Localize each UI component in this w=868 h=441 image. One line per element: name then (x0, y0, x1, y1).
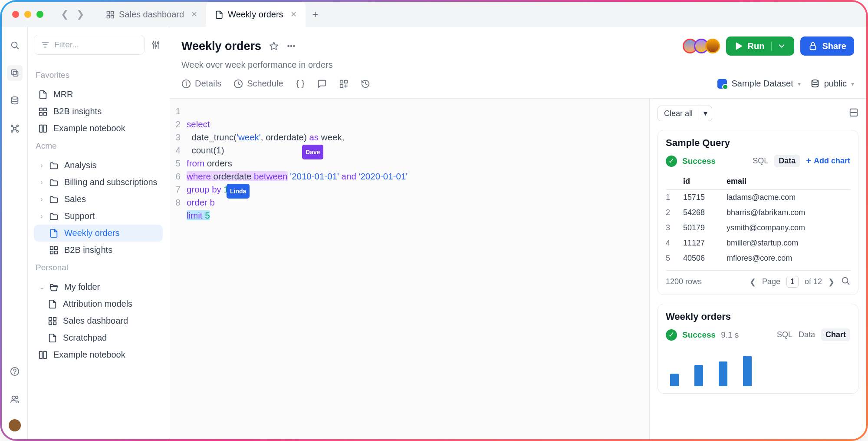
more-icon[interactable] (286, 41, 296, 51)
clear-all-button[interactable]: Clear all▾ (658, 106, 712, 121)
close-window[interactable] (12, 11, 19, 18)
chart-bar (670, 374, 679, 386)
sidebar-item-mrr[interactable]: MRR (34, 86, 163, 103)
check-icon: ✓ (666, 329, 677, 341)
schedule-button[interactable]: Schedule (233, 79, 283, 89)
code-area[interactable]: select date_trunc('week', orderdate) as … (187, 105, 649, 433)
chevron-down-icon[interactable]: ▾ (699, 106, 712, 121)
col-id: id (683, 177, 727, 186)
sidebar-item-label: My folder (64, 282, 100, 292)
sidebar-item-analysis[interactable]: ›Analysis (34, 157, 163, 174)
maximize-window[interactable] (36, 11, 43, 18)
sidebar-item-example-notebook-2[interactable]: Example notebook (34, 346, 163, 363)
people-icon[interactable] (7, 391, 23, 407)
next-page[interactable]: ❯ (828, 277, 835, 287)
share-button[interactable]: Share (800, 36, 854, 56)
sliders-icon[interactable] (149, 35, 163, 55)
page-label: Page (762, 277, 780, 286)
sidebar-item-example-notebook[interactable]: Example notebook (34, 120, 163, 137)
prev-page[interactable]: ❮ (750, 277, 756, 287)
table-row[interactable]: 254268bharris@fabrikam.com (666, 205, 850, 220)
table-row[interactable]: 350179ysmith@company.com (666, 220, 850, 235)
sidebar-item-sales-dashboard[interactable]: Sales dashboard (34, 312, 163, 329)
sidebar-item-scratchpad[interactable]: Scratchpad (34, 329, 163, 346)
nav-forward[interactable]: ❯ (76, 9, 84, 20)
format-button[interactable] (296, 79, 305, 89)
sidebar-item-label: Example notebook (53, 350, 125, 360)
svg-rect-54 (340, 84, 342, 87)
table-row[interactable]: 115715ladams@acme.com (666, 190, 850, 205)
grid-icon (48, 316, 57, 326)
layout-icon[interactable] (849, 108, 858, 119)
minimize-window[interactable] (24, 11, 31, 18)
chevron-down-icon: ▾ (798, 80, 801, 87)
dataset-picker[interactable]: Sample Dataset▾ (717, 79, 800, 89)
svg-rect-39 (49, 317, 52, 320)
add-chart-button[interactable]: +Add chart (806, 156, 850, 166)
svg-point-26 (153, 43, 155, 44)
sidebar-item-weekly-orders[interactable]: ›Weekly orders (34, 225, 163, 242)
chart-bar (694, 365, 703, 386)
tab-sql[interactable]: SQL (753, 156, 768, 166)
sidebar: Filter... Favorites MRR B2B insights Exa… (28, 27, 169, 439)
schema-picker[interactable]: public▾ (810, 79, 854, 89)
svg-rect-42 (53, 322, 56, 324)
sidebar-item-b2b-insights-2[interactable]: ›B2B insights (34, 242, 163, 259)
sidebar-item-attribution-models[interactable]: Attribution models (34, 295, 163, 312)
nav-back[interactable]: ❮ (61, 9, 69, 20)
sidebar-item-my-folder[interactable]: ⌄My folder (34, 279, 163, 295)
table-row[interactable]: 411127bmiller@startup.com (666, 235, 850, 251)
results-panel: Clear all▾ Sample Query ✓ Success SQL Da… (649, 99, 866, 439)
clock-icon (233, 79, 243, 89)
search-icon[interactable] (7, 37, 23, 53)
dataset-icon (717, 79, 727, 89)
drone-icon[interactable] (7, 121, 23, 136)
add-block-button[interactable] (339, 79, 349, 89)
page-input[interactable]: 1 (786, 276, 799, 288)
page-subtitle: Week over week performance in orders (181, 60, 854, 70)
svg-rect-48 (810, 46, 816, 50)
sidebar-item-label: B2B insights (53, 106, 102, 116)
run-button[interactable]: Run (726, 36, 795, 56)
database-icon[interactable] (7, 93, 23, 109)
tab-chart[interactable]: Chart (821, 328, 850, 341)
svg-rect-53 (340, 80, 342, 83)
user-avatar[interactable] (9, 419, 21, 431)
close-icon[interactable]: ✕ (191, 10, 197, 19)
svg-line-62 (847, 282, 849, 284)
svg-rect-7 (11, 70, 16, 75)
sidebar-item-sales[interactable]: ›Sales (34, 191, 163, 208)
braces-icon (296, 79, 305, 89)
table-row[interactable]: 540506mflores@core.com (666, 251, 850, 266)
svg-point-20 (12, 396, 15, 399)
tab-weekly-orders[interactable]: Weekly orders ✕ (206, 2, 305, 27)
sql-editor[interactable]: 12345678 select date_trunc('week', order… (169, 99, 649, 439)
copy-icon[interactable] (7, 65, 23, 81)
svg-point-19 (14, 374, 15, 374)
tab-sql[interactable]: SQL (777, 330, 792, 339)
tab-label: Sales dashboard (119, 10, 184, 20)
tab-sales-dashboard[interactable]: Sales dashboard ✕ (97, 2, 206, 27)
chart-bar (743, 356, 752, 386)
result-table: idemail 115715ladams@acme.com 254268bhar… (666, 173, 850, 266)
search-icon[interactable] (841, 276, 850, 288)
details-button[interactable]: Details (181, 79, 221, 89)
help-icon[interactable] (7, 364, 23, 379)
grid-icon (38, 107, 48, 116)
comment-button[interactable] (317, 79, 327, 89)
filter-input[interactable]: Filter... (34, 35, 145, 55)
new-tab-button[interactable]: + (306, 8, 326, 20)
star-icon[interactable] (269, 41, 279, 51)
folder-icon (49, 195, 59, 204)
collaborator-avatars[interactable] (686, 39, 720, 53)
tab-data[interactable]: Data (799, 330, 815, 339)
chevron-down-icon[interactable] (771, 41, 786, 51)
card-title: Sample Query (666, 137, 850, 149)
sidebar-item-b2b-insights[interactable]: B2B insights (34, 103, 163, 120)
tab-data[interactable]: Data (774, 155, 800, 167)
history-button[interactable] (361, 79, 370, 89)
col-email: email (727, 177, 850, 186)
sidebar-item-billing[interactable]: ›Billing and subscriptions (34, 174, 163, 191)
sidebar-item-support[interactable]: ›Support (34, 208, 163, 225)
close-icon[interactable]: ✕ (290, 10, 297, 19)
